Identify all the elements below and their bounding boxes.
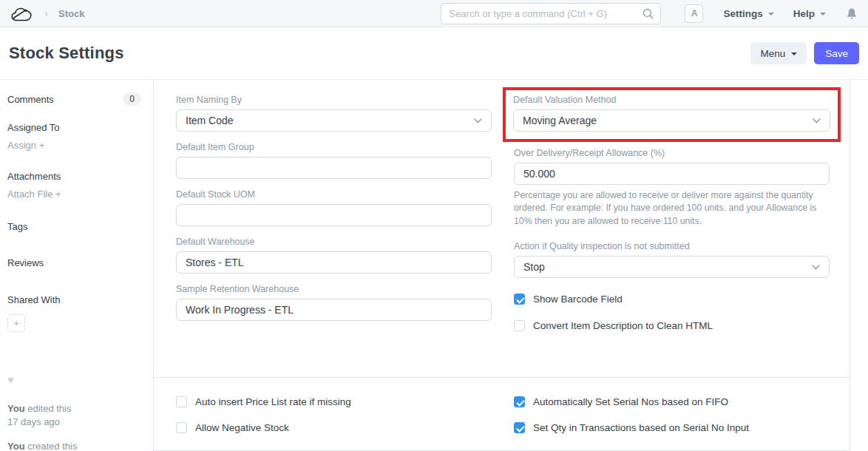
field-label: Default Item Group <box>176 142 492 152</box>
checkbox[interactable] <box>514 294 525 305</box>
checkbox[interactable] <box>514 422 525 433</box>
checkbox-label: Auto insert Price List rate if missing <box>195 396 351 407</box>
breadcrumb[interactable]: Stock <box>58 8 84 19</box>
clean-html-checkbox-row[interactable]: Convert Item Description to Clean HTML <box>514 320 830 331</box>
edited-when: 17 days ago <box>7 416 60 427</box>
save-button-label: Save <box>825 48 848 59</box>
checkbox[interactable] <box>514 396 525 407</box>
form-column-left: Item Naming By Item Code Default Item Gr… <box>176 95 492 377</box>
field-label: Item Naming By <box>176 95 492 105</box>
sidebar-shared-with-label: Shared With <box>7 294 141 305</box>
search-input[interactable] <box>449 8 642 19</box>
form-body: Item Naming By Item Code Default Item Gr… <box>153 80 850 451</box>
chevron-down-icon <box>768 13 774 16</box>
checkbox[interactable] <box>176 396 187 407</box>
item-naming-by-select[interactable]: Item Code <box>176 109 492 132</box>
chevron-down-icon <box>820 13 826 16</box>
field-default-valuation-method: Default Valuation Method Moving Average <box>513 95 830 132</box>
checkbox[interactable] <box>176 422 187 433</box>
auto-insert-price-list-checkbox-row[interactable]: Auto insert Price List rate if missing <box>176 396 492 407</box>
form-column-right: Default Valuation Method Moving Average … <box>514 95 830 377</box>
chevron-down-icon <box>474 118 482 123</box>
auto-serial-fifo-checkbox-row[interactable]: Automatically Set Serial Nos based on FI… <box>514 396 830 407</box>
page-head: Stock Settings Menu Save <box>0 27 868 80</box>
highlight-annotation-box: Default Valuation Method Moving Average <box>503 87 841 142</box>
default-stock-uom-input[interactable] <box>176 204 492 226</box>
checkbox-label: Allow Negative Stock <box>195 422 289 433</box>
default-valuation-method-select[interactable]: Moving Average <box>513 109 830 132</box>
edited-what: edited this <box>27 403 71 414</box>
field-over-delivery-allowance: Over Delivery/Receipt Allowance (%) Perc… <box>514 148 830 228</box>
form-sidebar: Comments 0 Assigned To Assign + Attachme… <box>0 80 153 451</box>
form-section-flags: Auto insert Price List rate if missing A… <box>154 377 850 451</box>
field-label: Over Delivery/Receipt Allowance (%) <box>514 148 830 158</box>
chevron-down-icon <box>812 265 820 270</box>
like-heart-icon[interactable]: ♥ <box>7 373 141 386</box>
quality-inspection-action-value: Stop <box>523 261 545 273</box>
created-info: You created this 6 months ago <box>7 440 141 451</box>
sample-retention-warehouse-input[interactable] <box>176 299 492 321</box>
sidebar-assigned-to-label: Assigned To <box>7 122 141 133</box>
notifications-bell-icon[interactable] <box>846 7 858 20</box>
checkbox[interactable] <box>514 320 525 331</box>
chevron-down-icon <box>791 52 797 55</box>
chevron-down-icon <box>813 118 821 123</box>
navbar: › Stock A Settings Help <box>0 0 868 27</box>
breadcrumb-chevron-icon: › <box>44 7 48 19</box>
field-description: Percentage you are allowed to receive or… <box>514 189 830 228</box>
sidebar-attachments-label: Attachments <box>7 171 141 182</box>
edited-who: You <box>7 403 25 414</box>
set-qty-serial-input-checkbox-row[interactable]: Set Qty in Transactions based on Serial … <box>514 422 830 433</box>
default-valuation-method-value: Moving Average <box>523 115 597 126</box>
checkbox-label: Convert Item Description to Clean HTML <box>533 320 713 331</box>
created-who: You <box>7 441 25 451</box>
form-section-defaults: Item Naming By Item Code Default Item Gr… <box>154 80 850 377</box>
attach-file-button[interactable]: Attach File + <box>7 189 141 200</box>
assign-button[interactable]: Assign + <box>7 140 141 151</box>
checkbox-label: Set Qty in Transactions based on Serial … <box>533 422 749 433</box>
field-sample-retention-warehouse: Sample Retention Warehouse <box>176 284 492 321</box>
field-label: Default Stock UOM <box>176 189 492 200</box>
help-label: Help <box>793 8 815 19</box>
field-default-stock-uom: Default Stock UOM <box>176 189 492 226</box>
page-title: Stock Settings <box>9 44 124 63</box>
form-column-left: Auto insert Price List rate if missing A… <box>176 382 492 433</box>
field-label: Default Valuation Method <box>513 95 830 105</box>
show-barcode-field-checkbox-row[interactable]: Show Barcode Field <box>514 294 830 305</box>
field-quality-inspection-action: Action if Quality inspection is not subm… <box>514 241 830 278</box>
app-logo-icon[interactable] <box>10 5 33 22</box>
field-label: Sample Retention Warehouse <box>176 284 492 294</box>
avatar[interactable]: A <box>685 4 703 23</box>
menu-button[interactable]: Menu <box>750 42 807 64</box>
settings-label: Settings <box>723 8 762 19</box>
global-search[interactable] <box>441 3 661 24</box>
save-button[interactable]: Save <box>814 42 859 64</box>
sidebar-tags-label[interactable]: Tags <box>7 221 141 232</box>
edited-info: You edited this 17 days ago <box>7 402 141 428</box>
field-label: Action if Quality inspection is not subm… <box>514 241 830 251</box>
form-column-right: Automatically Set Serial Nos based on FI… <box>514 382 830 433</box>
created-what: created this <box>27 441 77 451</box>
quality-inspection-action-select[interactable]: Stop <box>514 256 830 278</box>
comments-count-badge: 0 <box>123 92 141 106</box>
menu-button-label: Menu <box>760 48 785 59</box>
sidebar-reviews-label: Reviews <box>7 257 141 268</box>
checkbox-label: Automatically Set Serial Nos based on FI… <box>533 396 728 407</box>
field-default-item-group: Default Item Group <box>176 142 492 179</box>
item-naming-by-value: Item Code <box>186 115 234 126</box>
field-label: Default Warehouse <box>176 237 492 247</box>
checkbox-label: Show Barcode Field <box>533 294 623 305</box>
default-item-group-input[interactable] <box>176 157 492 179</box>
sidebar-comments-label[interactable]: Comments <box>7 94 54 105</box>
share-add-button[interactable]: + <box>7 314 25 332</box>
allow-negative-stock-checkbox-row[interactable]: Allow Negative Stock <box>176 422 492 433</box>
help-menu[interactable]: Help <box>793 8 826 19</box>
over-delivery-allowance-input[interactable] <box>514 163 830 185</box>
search-icon <box>642 8 654 19</box>
settings-menu[interactable]: Settings <box>723 8 773 19</box>
field-default-warehouse: Default Warehouse <box>176 237 492 274</box>
field-item-naming-by: Item Naming By Item Code <box>176 95 492 132</box>
default-warehouse-input[interactable] <box>176 251 492 274</box>
